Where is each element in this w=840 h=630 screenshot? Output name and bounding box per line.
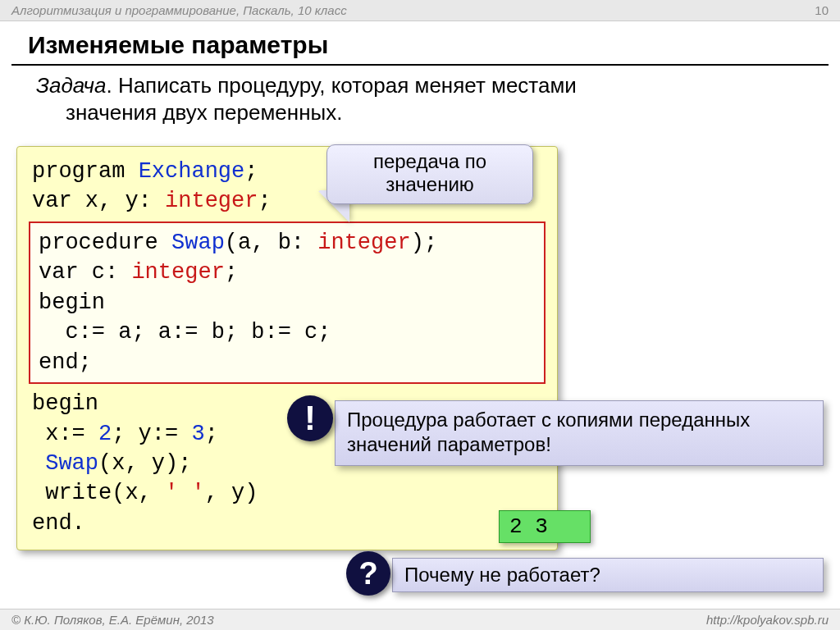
page-number: 10 [815,3,829,17]
title-rule [11,64,829,66]
task-text: Задача. Написать процедуру, которая меня… [0,71,840,126]
slide-title: Изменяемые параметры [0,21,840,64]
slide-header: Алгоритмизация и программирование, Паска… [0,0,840,21]
slide-footer: © К.Ю. Поляков, Е.А. Ерёмин, 2013 http:/… [0,609,840,630]
footer-right: http://kpolyakov.spb.ru [706,613,829,627]
question-icon: ? [346,551,390,596]
task-label: Задача [36,73,106,98]
callout-bubble: передача по значению [326,144,533,204]
output-box: 2 3 [499,510,591,543]
course-label: Алгоритмизация и программирование, Паска… [11,3,347,17]
question-box: Почему не работает? [392,558,824,592]
info-box: Процедура работает с копиями переданных … [335,400,824,466]
exclaim-icon: ! [287,395,333,441]
code-block: program Exchange; var x, y: integer; pro… [16,146,558,550]
footer-left: © К.Ю. Поляков, Е.А. Ерёмин, 2013 [11,613,214,627]
procedure-box: procedure Swap(a, b: integer); var c: in… [29,221,546,384]
